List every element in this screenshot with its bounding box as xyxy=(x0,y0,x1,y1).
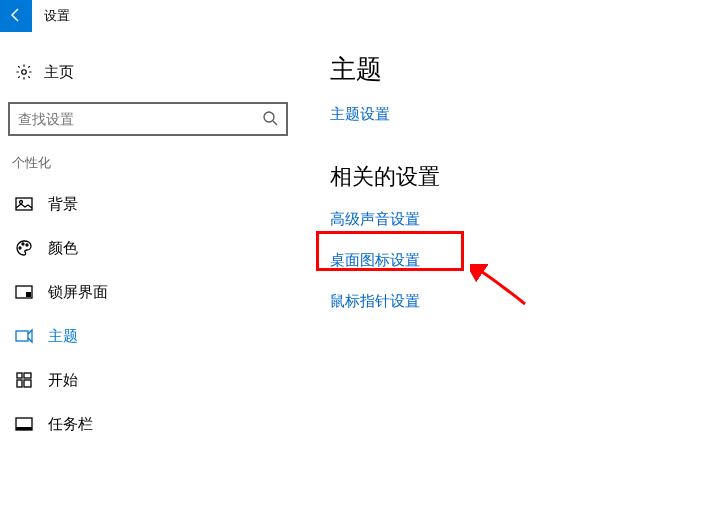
start-icon xyxy=(12,372,36,388)
link-mouse-pointer[interactable]: 鼠标指针设置 xyxy=(330,292,440,311)
sidebar-item-themes[interactable]: 主题 xyxy=(8,314,300,358)
svg-point-5 xyxy=(22,243,24,245)
lockscreen-icon xyxy=(12,285,36,299)
link-theme-settings[interactable]: 主题设置 xyxy=(330,105,440,124)
sidebar-item-label: 任务栏 xyxy=(48,415,93,434)
nav-list: 背景 颜色 锁屏界面 xyxy=(8,182,300,446)
search-field[interactable] xyxy=(18,111,248,127)
section-title: 个性化 xyxy=(8,154,300,172)
sidebar-item-lockscreen[interactable]: 锁屏界面 xyxy=(8,270,300,314)
sidebar-item-label: 锁屏界面 xyxy=(48,283,108,302)
svg-rect-2 xyxy=(16,198,32,210)
back-button[interactable] xyxy=(0,0,32,32)
svg-rect-11 xyxy=(24,373,31,378)
palette-icon xyxy=(12,239,36,257)
gear-icon xyxy=(12,63,36,81)
search-input[interactable] xyxy=(8,102,288,136)
svg-rect-9 xyxy=(16,331,28,341)
taskbar-icon xyxy=(12,417,36,431)
related-heading: 相关的设置 xyxy=(330,162,440,192)
svg-rect-12 xyxy=(17,380,22,387)
sidebar-item-label: 颜色 xyxy=(48,239,78,258)
search-icon xyxy=(262,110,278,129)
titlebar-label: 设置 xyxy=(44,7,70,25)
sidebar-item-colors[interactable]: 颜色 xyxy=(8,226,300,270)
sidebar-item-label: 主题 xyxy=(48,327,78,346)
picture-icon xyxy=(12,197,36,211)
svg-point-0 xyxy=(22,70,27,75)
arrow-left-icon xyxy=(8,7,24,26)
main-panel: 主题 主题设置 相关的设置 高级声音设置 桌面图标设置 鼠标指针设置 xyxy=(300,40,440,446)
svg-point-3 xyxy=(20,201,23,204)
sidebar-item-background[interactable]: 背景 xyxy=(8,182,300,226)
sidebar-item-label: 开始 xyxy=(48,371,78,390)
link-desktop-icons[interactable]: 桌面图标设置 xyxy=(330,251,440,270)
sidebar: 主页 个性化 背景 xyxy=(0,40,300,446)
svg-rect-8 xyxy=(26,292,31,297)
home-label: 主页 xyxy=(44,63,74,82)
titlebar: 设置 xyxy=(0,0,704,32)
sidebar-item-taskbar[interactable]: 任务栏 xyxy=(8,402,300,446)
link-advanced-sound[interactable]: 高级声音设置 xyxy=(330,210,440,229)
home-button[interactable]: 主页 xyxy=(8,52,300,92)
svg-rect-15 xyxy=(16,427,32,430)
svg-rect-13 xyxy=(24,380,31,387)
page-heading: 主题 xyxy=(330,52,440,87)
sidebar-item-start[interactable]: 开始 xyxy=(8,358,300,402)
svg-point-1 xyxy=(264,112,274,122)
theme-icon xyxy=(12,328,36,344)
svg-point-6 xyxy=(26,244,28,246)
svg-point-4 xyxy=(19,247,21,249)
svg-rect-10 xyxy=(17,373,22,378)
sidebar-item-label: 背景 xyxy=(48,195,78,214)
